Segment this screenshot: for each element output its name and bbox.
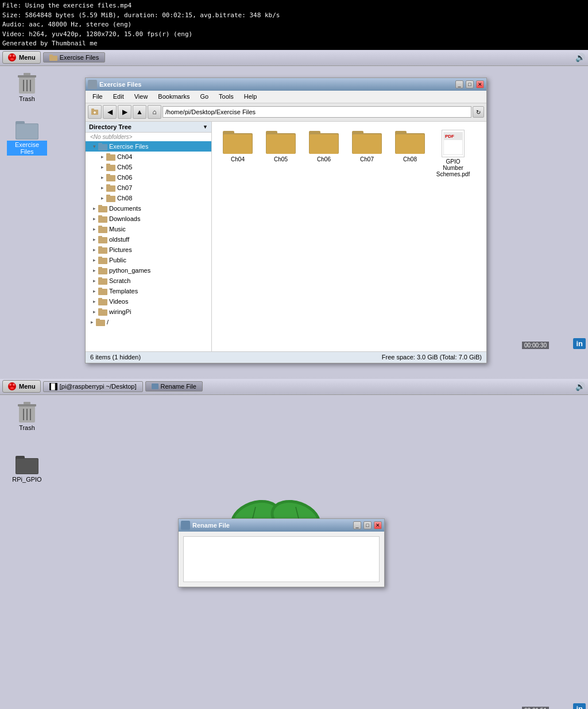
fm-close-btn[interactable]: ✕ xyxy=(476,80,484,88)
dir-tree-header: Directory Tree ▼ xyxy=(86,122,211,133)
taskbar-top: Menu Exercise Files 🔊 xyxy=(0,50,588,66)
tree-expand-icon[interactable]: ▸ xyxy=(90,268,98,273)
tree-folder-icon xyxy=(98,297,107,305)
file-item-label: Ch06 xyxy=(317,156,331,162)
file-item[interactable]: Ch04 xyxy=(218,127,258,180)
tree-expand-icon[interactable]: ▸ xyxy=(90,309,98,315)
desktop-bottom: Trash RPi_GPIO xyxy=(0,395,588,710)
tree-item[interactable]: ▸Ch07 xyxy=(86,183,211,193)
rename-content-area xyxy=(183,536,380,582)
tree-expand-icon[interactable]: ▸ xyxy=(90,278,98,284)
rename-minimize-btn[interactable]: _ xyxy=(353,521,361,529)
tree-expand-icon[interactable]: ▸ xyxy=(90,216,98,222)
tree-folder-icon xyxy=(98,308,107,316)
menu-edit[interactable]: Edit xyxy=(109,92,129,101)
svg-rect-63 xyxy=(310,134,338,154)
tree-expand-icon[interactable]: ▸ xyxy=(90,288,98,294)
menu-help[interactable]: Help xyxy=(239,92,262,101)
taskbar-exercise-files-btn[interactable]: Exercise Files xyxy=(43,52,105,63)
tree-item[interactable]: ▸Videos xyxy=(86,296,211,307)
volume-icon-bottom: 🔊 xyxy=(574,381,586,392)
time-watermark-top: 00:00:30 xyxy=(522,342,549,349)
tree-expand-icon[interactable]: ▸ xyxy=(90,299,98,304)
file-item[interactable]: Ch06 xyxy=(304,127,344,180)
forward-btn[interactable]: ▶ xyxy=(118,105,131,119)
menu-button-bottom[interactable]: Menu xyxy=(2,380,41,393)
tree-item[interactable]: ▸Scratch xyxy=(86,276,211,286)
tree-expand-icon[interactable]: ▸ xyxy=(90,226,98,232)
trash-icon-desktop-bottom[interactable]: Trash xyxy=(7,401,47,432)
taskbar-terminal-btn[interactable]: ▉ [pi@raspberrypi ~/Desktop] xyxy=(43,381,143,392)
tree-expand-icon[interactable]: ▸ xyxy=(98,154,106,160)
tree-expand-icon[interactable]: ▸ xyxy=(98,185,106,191)
svg-rect-20 xyxy=(98,144,107,150)
new-folder-icon xyxy=(91,108,99,116)
menu-go[interactable]: Go xyxy=(195,92,213,101)
tree-item[interactable]: ▸oldstuff xyxy=(86,234,211,245)
reload-btn[interactable]: ↻ xyxy=(473,106,484,118)
trash-label: Trash xyxy=(18,95,36,103)
up-btn[interactable]: ▲ xyxy=(133,105,146,119)
home-btn[interactable]: ⌂ xyxy=(148,105,161,119)
tree-folder-icon xyxy=(98,235,107,243)
rpi-gpio-folder-icon xyxy=(16,452,38,475)
tree-item-label: Templates xyxy=(109,288,138,295)
trash-icon-desktop[interactable]: Trash xyxy=(7,72,47,103)
file-item[interactable]: Ch08 xyxy=(390,127,430,180)
exercise-files-desktop-icon[interactable]: Exercise Files xyxy=(7,118,47,156)
tree-item[interactable]: ▸Public xyxy=(86,255,211,265)
menu-tools[interactable]: Tools xyxy=(214,92,238,101)
tree-item[interactable]: ▸Ch04 xyxy=(86,152,211,162)
tree-item[interactable]: ▸Ch08 xyxy=(86,193,211,203)
back-btn[interactable]: ◀ xyxy=(103,105,117,119)
taskbar-rename-btn[interactable]: Rename File xyxy=(145,381,203,392)
path-bar[interactable]: /home/pi/Desktop/Exercise Files xyxy=(163,106,471,118)
rename-maximize-btn[interactable]: □ xyxy=(363,521,372,529)
tree-expand-icon[interactable]: ▸ xyxy=(90,257,98,263)
tree-item[interactable]: ▸python_games xyxy=(86,265,211,276)
dir-tree-panel: Directory Tree ▼ <No subfolders> ▾Exerci… xyxy=(86,122,212,351)
status-items: 6 items (1 hidden) xyxy=(90,354,141,361)
tree-item[interactable]: ▸wiringPi xyxy=(86,307,211,317)
tree-expand-icon[interactable]: ▸ xyxy=(90,206,98,211)
fm-minimize-btn[interactable]: _ xyxy=(455,80,463,88)
svg-rect-38 xyxy=(98,237,107,243)
dir-tree-dropdown[interactable]: ▼ xyxy=(203,124,208,130)
menu-button-top[interactable]: Menu xyxy=(2,51,41,64)
menu-view[interactable]: View xyxy=(130,92,153,101)
new-folder-btn[interactable] xyxy=(88,105,102,119)
tree-item[interactable]: ▸Pictures xyxy=(86,245,211,255)
fm-window-icon xyxy=(88,80,97,89)
tree-item-label: Ch06 xyxy=(117,174,132,181)
tree-expand-icon[interactable]: ▸ xyxy=(90,247,98,253)
tree-item[interactable]: ▸Ch05 xyxy=(86,162,211,172)
fm-content: Directory Tree ▼ <No subfolders> ▾Exerci… xyxy=(86,122,486,351)
svg-text:PDF: PDF xyxy=(445,134,454,139)
tree-expand-icon[interactable]: ▾ xyxy=(90,144,98,149)
tree-item-label: python_games xyxy=(109,267,150,274)
file-item[interactable]: PDFGPIO Number Schemes.pdf xyxy=(433,127,473,180)
menu-bookmarks[interactable]: Bookmarks xyxy=(153,92,194,101)
tree-expand-icon[interactable]: ▸ xyxy=(88,319,96,325)
file-item[interactable]: Ch07 xyxy=(347,127,387,180)
tree-expand-icon[interactable]: ▸ xyxy=(98,164,106,170)
tree-expand-icon[interactable]: ▸ xyxy=(98,175,106,180)
svg-rect-48 xyxy=(98,289,107,295)
file-item[interactable]: Ch05 xyxy=(261,127,301,180)
no-subfolders-text: <No subfolders> xyxy=(86,133,211,141)
rename-close-btn[interactable]: ✕ xyxy=(374,521,382,529)
svg-point-1 xyxy=(9,55,11,57)
rpi-gpio-desktop-icon[interactable]: RPi_GPIO xyxy=(7,452,47,483)
tree-item[interactable]: ▸Music xyxy=(86,224,211,234)
tree-item[interactable]: ▸/ xyxy=(86,317,211,327)
tree-item[interactable]: ▸Ch06 xyxy=(86,172,211,183)
menu-file[interactable]: File xyxy=(88,92,107,101)
tree-item[interactable]: ▸Templates xyxy=(86,286,211,296)
tree-item[interactable]: ▸Documents xyxy=(86,203,211,214)
exercise-files-label: Exercise Files xyxy=(7,141,47,156)
tree-expand-icon[interactable]: ▸ xyxy=(90,237,98,242)
fm-maximize-btn[interactable]: □ xyxy=(466,80,474,88)
tree-item[interactable]: ▾Exercise Files xyxy=(86,141,211,152)
tree-item[interactable]: ▸Downloads xyxy=(86,214,211,224)
tree-expand-icon[interactable]: ▸ xyxy=(98,195,106,201)
